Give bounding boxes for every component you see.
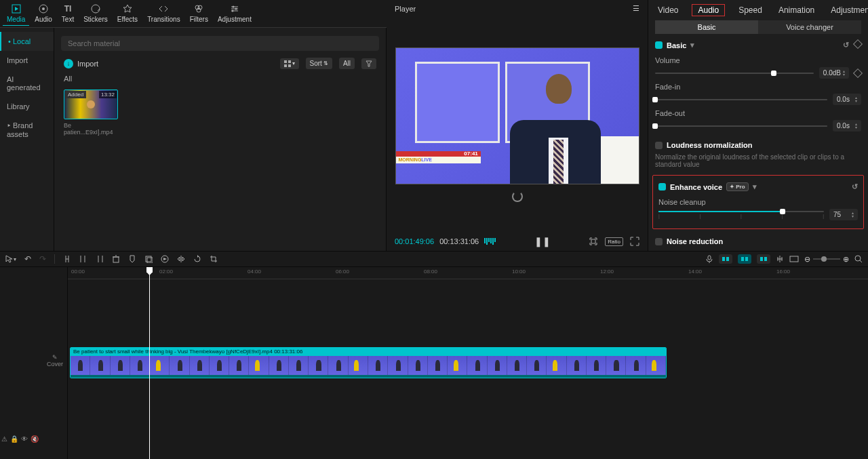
undo-button[interactable]: ↶: [24, 254, 31, 264]
pause-button[interactable]: ❚❚: [534, 236, 551, 247]
fadein-value[interactable]: 0.0s▴▾: [833, 94, 861, 105]
video-preview[interactable]: 07:41 MORNINGLIVE: [395, 47, 639, 184]
volume-value[interactable]: 0.0dB▴▾: [819, 67, 849, 79]
snapshot-icon[interactable]: [589, 237, 598, 246]
magnet-3-icon[interactable]: [757, 254, 770, 264]
zoom-in-icon[interactable]: ⊕: [843, 255, 849, 264]
keyframe-diamond-icon[interactable]: [853, 39, 863, 49]
track-mute-icon[interactable]: 🔇: [31, 435, 39, 443]
timeline-tracks[interactable]: 00:00 02:00 04:00 06:00 08:00 10:00 12:0…: [68, 267, 868, 459]
volume-slider[interactable]: [655, 73, 814, 74]
sort-button[interactable]: Sort ⇅: [306, 58, 332, 69]
enhance-checkbox[interactable]: [658, 183, 666, 191]
volume-keyframe-icon[interactable]: [853, 68, 863, 77]
svg-rect-11: [284, 60, 287, 63]
track-lock-icon[interactable]: 🔒: [10, 435, 18, 443]
mirror-tool[interactable]: [177, 255, 185, 263]
tab-effects[interactable]: Effects: [113, 1, 142, 26]
props-tab-animation[interactable]: Animation: [776, 4, 817, 16]
delete-tool[interactable]: [112, 255, 120, 263]
timeline-area: ▾ ↶ ↷ ⊖ ⊕: [0, 251, 868, 459]
noise-cleanup-slider[interactable]: [658, 211, 824, 212]
enhance-voice-section: Enhance voice ✦ Pro ▾ ↺ Noise cleanup: [652, 175, 864, 229]
clip-label: Be patient to start small while thinking…: [71, 348, 666, 356]
tab-transitions[interactable]: Transitions: [143, 1, 184, 26]
media-thumbnail[interactable]: Added 13:32 Be patien...E9xI].mp4: [64, 89, 118, 136]
loudness-desc: Normalize the original loudness of the s…: [655, 153, 861, 168]
import-button[interactable]: ↓ Import: [64, 59, 98, 68]
enhance-reset-icon[interactable]: ↺: [852, 182, 858, 191]
side-nav-brand[interactable]: ‣ Brand assets: [0, 116, 54, 144]
side-nav-import[interactable]: Import: [0, 51, 54, 70]
tab-text[interactable]: TI Text: [58, 1, 78, 26]
mic-icon[interactable]: [705, 255, 713, 263]
magnet-2-icon[interactable]: [738, 254, 751, 264]
track-warn-icon[interactable]: ⚠: [1, 435, 7, 443]
delete-left-tool[interactable]: [79, 255, 87, 263]
tab-audio[interactable]: Audio: [31, 1, 56, 26]
svg-rect-23: [722, 257, 725, 261]
delete-right-tool[interactable]: [96, 255, 104, 263]
props-tab-adjustment[interactable]: Adjustment: [828, 4, 868, 16]
align-icon[interactable]: [776, 255, 784, 263]
sort-label: Sort: [310, 60, 322, 67]
ruler-mark: 14:00: [688, 268, 702, 275]
properties-panel: Video Audio Speed Animation Adjustment B…: [648, 0, 868, 251]
timeline-ruler[interactable]: 00:00 02:00 04:00 06:00 08:00 10:00 12:0…: [68, 267, 868, 279]
noise-cleanup-value[interactable]: 75▴▾: [829, 209, 858, 220]
playhead[interactable]: [149, 267, 150, 459]
split-tool[interactable]: [63, 255, 71, 263]
crop-ratio-tool[interactable]: [210, 255, 218, 263]
loudness-checkbox[interactable]: [655, 142, 663, 149]
zoom-out-icon[interactable]: ⊖: [804, 255, 810, 264]
rotate-tool[interactable]: [193, 255, 201, 263]
cover-button[interactable]: ✎ Cover: [44, 351, 66, 370]
filter-button[interactable]: [361, 58, 376, 69]
view-grid-button[interactable]: ▾: [280, 58, 299, 69]
zoom-slider[interactable]: ⊖ ⊕: [804, 255, 849, 264]
fadeout-slider[interactable]: [655, 125, 827, 127]
basic-checkbox[interactable]: [655, 41, 663, 49]
noise-reduction-checkbox[interactable]: [655, 238, 663, 245]
side-nav-library[interactable]: Library: [0, 97, 54, 116]
props-tab-audio[interactable]: Audio: [692, 4, 725, 16]
subtab-voice-changer[interactable]: Voice changer: [758, 20, 861, 34]
fullscreen-icon[interactable]: [630, 237, 639, 246]
search-input[interactable]: [61, 36, 379, 51]
transitions-icon: [158, 3, 169, 14]
tab-adjustment[interactable]: Adjustment: [214, 1, 256, 26]
redo-button[interactable]: ↷: [39, 254, 46, 264]
svg-rect-12: [288, 60, 291, 63]
svg-point-30: [855, 256, 861, 261]
tab-adjustment-label: Adjustment: [218, 16, 252, 23]
track-eye-icon[interactable]: 👁: [21, 435, 28, 443]
ruler-mark: 02:00: [159, 268, 173, 275]
subtab-basic[interactable]: Basic: [655, 20, 758, 34]
side-nav-local[interactable]: • Local: [0, 32, 54, 51]
import-icon: ↓: [64, 59, 73, 68]
filter-all-button[interactable]: All: [339, 58, 355, 69]
magnet-1-icon[interactable]: [719, 254, 732, 264]
video-clip[interactable]: Be patient to start small while thinking…: [70, 347, 667, 378]
svg-rect-24: [726, 257, 729, 261]
player-menu-icon[interactable]: ☰: [633, 4, 639, 13]
props-tab-video[interactable]: Video: [655, 4, 681, 16]
total-time: 00:13:31:06: [439, 237, 479, 245]
svg-rect-28: [764, 257, 767, 261]
preview-icon[interactable]: [789, 256, 799, 262]
reverse-tool[interactable]: [161, 255, 169, 263]
ratio-button[interactable]: Ratio: [605, 237, 623, 246]
props-tab-speed[interactable]: Speed: [736, 4, 765, 16]
reset-icon[interactable]: ↺: [843, 41, 849, 49]
marker-tool[interactable]: [128, 255, 136, 263]
effects-icon: [122, 3, 133, 14]
select-tool[interactable]: ▾: [5, 255, 16, 263]
side-nav-ai[interactable]: AI generated: [0, 70, 54, 97]
tab-stickers[interactable]: Stickers: [79, 1, 112, 26]
tab-media[interactable]: Media: [3, 1, 29, 26]
crop-tool[interactable]: [144, 255, 153, 263]
fadeout-value[interactable]: 0.0s▴▾: [833, 120, 861, 132]
tab-filters[interactable]: Filters: [186, 1, 212, 26]
zoom-fit-icon[interactable]: [854, 255, 863, 263]
fadein-slider[interactable]: [655, 99, 827, 100]
